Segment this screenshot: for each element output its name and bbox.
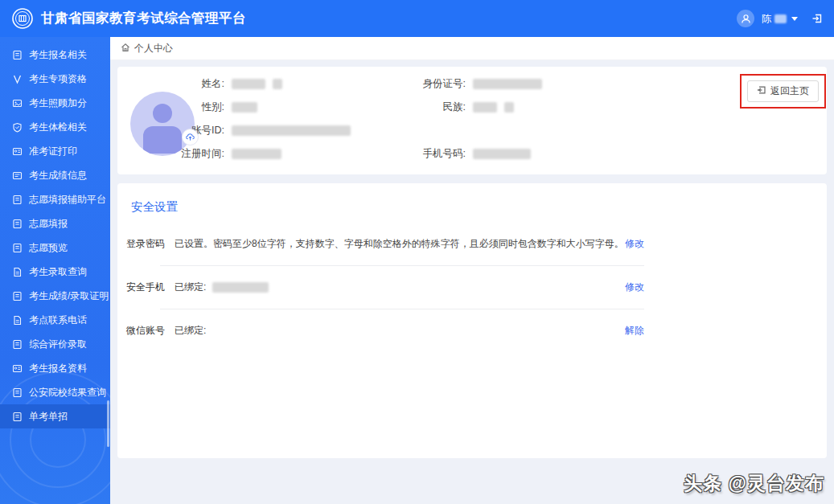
user-avatar-icon[interactable] (737, 10, 754, 27)
id-card-icon (12, 363, 23, 374)
breadcrumb: 个人中心 (110, 37, 834, 60)
sidebar-item-admission-ticket-print[interactable]: 准考证打印 (0, 139, 110, 163)
user-menu[interactable]: 陈 (762, 12, 798, 26)
return-icon (757, 85, 766, 97)
sidebar-item-label: 综合评价录取 (29, 338, 87, 351)
redacted-value (212, 282, 269, 293)
back-to-home-button[interactable]: 返回主页 (747, 80, 819, 102)
home-icon (121, 43, 130, 55)
document-icon (12, 50, 23, 60)
v-badge-icon (12, 74, 23, 84)
security-row-desc: 已绑定: (175, 281, 206, 294)
field-label: 注册时间: (158, 147, 224, 161)
sidebar-nav: 考生报名相关 考生专项资格 考生照顾加分 考生体检相关 准考证打印 考生成绩信息… (0, 37, 110, 504)
sidebar-item-physical-exam[interactable]: 考生体检相关 (0, 115, 110, 139)
document-icon (12, 291, 23, 301)
sidebar-item-label: 考生照顾加分 (29, 96, 87, 110)
app-window: 甘肃省国家教育考试综合管理平台 陈 (0, 0, 834, 504)
document-icon (12, 195, 23, 205)
sidebar-item-label: 考生成绩/录取证明 (29, 289, 109, 303)
field-label: 手机号码: (400, 147, 466, 161)
security-row-label: 登录密码 (126, 237, 165, 251)
redacted-value (232, 102, 257, 113)
sidebar-item-score-info[interactable]: 考生成绩信息 (0, 163, 110, 187)
sidebar-item-label: 考生录取查询 (29, 265, 87, 279)
security-row-login-password: 登录密码 已设置。密码至少8位字符，支持数字、字母和除空格外的特殊字符，且必须同… (126, 223, 644, 265)
sidebar-item-label: 考生报名相关 (29, 48, 87, 62)
profile-fields-column-2: 身份证号: 民族: 手机号码: (400, 72, 542, 166)
id-card-icon (12, 146, 23, 157)
breadcrumb-personal-center[interactable]: 个人中心 (121, 42, 173, 55)
sidebar-item-label: 考生体检相关 (29, 121, 87, 134)
sidebar-item-registration[interactable]: 考生报名相关 (0, 43, 110, 67)
document-icon (12, 243, 23, 253)
profile-field-ethnicity: 民族: (400, 96, 542, 119)
sidebar-item-label: 志愿预览 (29, 241, 68, 255)
sidebar-item-label: 考生专项资格 (29, 72, 87, 86)
sidebar-item-volunteer-preview[interactable]: 志愿预览 (0, 236, 110, 260)
unbind-wechat-link[interactable]: 解除 (625, 324, 644, 338)
security-rows: 登录密码 已设置。密码至少8位字符，支持数字、字母和除空格外的特殊字符，且必须同… (126, 223, 644, 352)
security-section-title: 安全设置 (131, 199, 178, 215)
sidebar-item-label: 志愿填报 (29, 217, 68, 231)
file-icon (12, 267, 23, 277)
profile-field-id-number: 身份证号: (400, 72, 542, 96)
page-title: 甘肃省国家教育考试综合管理平台 (41, 10, 246, 27)
sidebar-item-label: 考点联系电话 (29, 313, 87, 327)
modify-password-link[interactable]: 修改 (625, 237, 644, 251)
profile-field-gender: 性别: (158, 96, 351, 119)
profile-card: 姓名: 性别: 账号ID: 注册时间: (117, 67, 827, 174)
redacted-value (473, 149, 531, 159)
field-label: 性别: (158, 100, 224, 114)
document-icon (12, 412, 23, 422)
field-label: 民族: (400, 100, 466, 114)
redacted-value (273, 79, 282, 89)
sidebar-item-label: 公安院校结果查询 (29, 386, 106, 400)
sidebar-item-care-bonus[interactable]: 考生照顾加分 (0, 91, 110, 115)
profile-fields-column-1: 姓名: 性别: 账号ID: 注册时间: (158, 72, 351, 166)
logout-icon[interactable] (811, 13, 823, 24)
redacted-value (504, 102, 514, 113)
document-icon (12, 387, 23, 398)
top-header: 甘肃省国家教育考试综合管理平台 陈 (0, 0, 834, 37)
chevron-down-icon (791, 17, 798, 21)
sidebar-item-volunteer-assist-platform[interactable]: 志愿填报辅助平台 (0, 187, 110, 211)
profile-field-phone: 手机号码: (400, 142, 542, 166)
platform-emblem-icon (11, 7, 34, 30)
user-name: 陈 (762, 12, 771, 26)
sidebar-scrollbar[interactable] (107, 400, 109, 447)
back-button-label: 返回主页 (770, 84, 809, 98)
security-row-wechat: 微信账号 已绑定: 解除 (126, 309, 644, 352)
sidebar-item-special-qualification[interactable]: 考生专项资格 (0, 67, 110, 91)
redacted-value (473, 102, 497, 113)
sidebar-item-score-admission-certificate[interactable]: 考生成绩/录取证明 (0, 284, 110, 308)
security-row-desc: 已绑定: (175, 324, 206, 338)
sidebar-item-volunteer-fill[interactable]: 志愿填报 (0, 211, 110, 236)
sidebar-item-registration-materials[interactable]: 考生报名资料 (0, 356, 110, 380)
security-row-label: 微信账号 (126, 324, 165, 338)
sidebar-item-label: 志愿填报辅助平台 (29, 193, 106, 207)
modify-phone-link[interactable]: 修改 (625, 281, 644, 294)
redacted-value (473, 79, 542, 89)
field-label: 姓名: (158, 77, 224, 91)
main-content: 个人中心 姓名: (110, 37, 834, 504)
document-icon (12, 219, 23, 229)
sidebar-item-single-exam-admission[interactable]: 单考单招 (0, 404, 110, 428)
shield-icon (12, 122, 23, 133)
red-annotation-box: 返回主页 (740, 74, 826, 109)
sidebar-item-label: 考生报名资料 (29, 362, 87, 375)
redacted-value (232, 149, 281, 159)
sidebar-item-exam-site-phone[interactable]: 考点联系电话 (0, 308, 110, 332)
header-user-area: 陈 (737, 10, 823, 27)
toutiao-watermark: 头条 @灵台发布 (684, 471, 824, 496)
profile-field-empty (400, 119, 542, 142)
avatar-upload-icon[interactable] (182, 129, 199, 145)
sidebar-item-police-college-result[interactable]: 公安院校结果查询 (0, 380, 110, 404)
sidebar-item-comprehensive-evaluation[interactable]: 综合评价录取 (0, 332, 110, 356)
sidebar-item-admission-query[interactable]: 考生录取查询 (0, 260, 110, 284)
sidebar-item-label: 准考证打印 (29, 145, 77, 158)
redacted-value (232, 125, 351, 136)
field-label: 身份证号: (400, 77, 466, 91)
document-icon (12, 339, 23, 350)
redacted-value (232, 79, 265, 89)
